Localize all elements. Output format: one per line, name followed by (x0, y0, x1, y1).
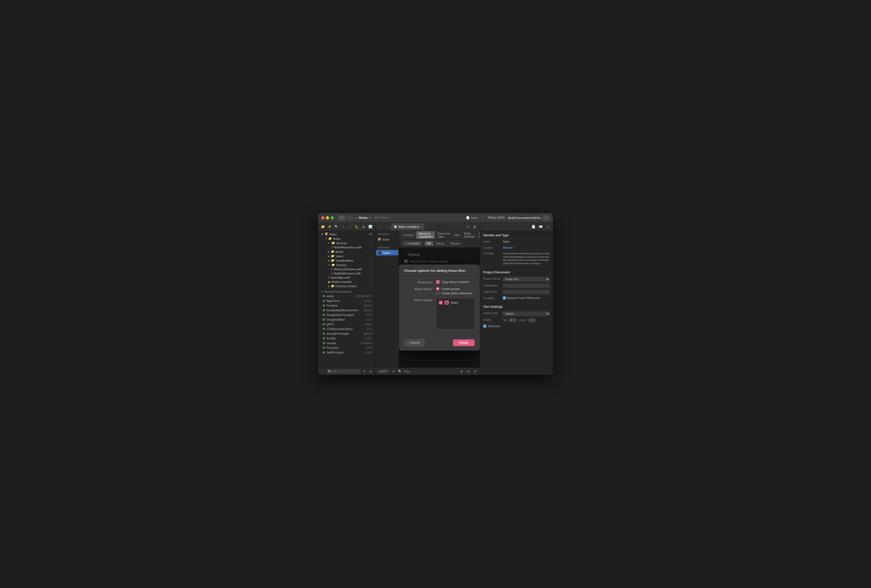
class-prefix-input[interactable] (503, 290, 550, 294)
indent-stepper[interactable]: 2 ⬆ (528, 318, 536, 322)
minimize-button[interactable] (326, 216, 329, 219)
panel-file-icon[interactable]: 📄 (530, 224, 536, 230)
sidebar-icon-issues[interactable]: ⚠ (341, 224, 346, 230)
sidebar-item-noteslistscreen[interactable]: S NotesListScreen.swift (319, 267, 375, 271)
add-item-button[interactable]: + (320, 369, 325, 374)
sidebar-item-screens[interactable]: ▼ 📁 Screens (319, 263, 375, 267)
indent-using-select[interactable]: Spaces (503, 311, 550, 316)
sidebar-icon-folder[interactable]: 📁 (320, 224, 326, 230)
titlebar-right: Build Succeeded 8.814s + (508, 215, 550, 220)
target-list-item-notes[interactable]: 📱 Notes (376, 250, 398, 255)
sidebar-icon-tests[interactable]: ✓ (347, 224, 353, 230)
dep-grpc[interactable]: gRPC 1.62.2 (318, 322, 375, 327)
sidebar-item-notesapp[interactable]: S NotesApp.swift (319, 275, 375, 280)
dep-firebase[interactable]: Firebase 10.24.0 (318, 303, 375, 308)
project-format-label: Project Format (483, 277, 503, 280)
copy-items-checkbox[interactable]: ✓ (436, 280, 440, 284)
bottom-filter-button[interactable]: 🔍 (397, 369, 403, 374)
sidebar-item-notes-group[interactable]: ▼ 📁 Notes (319, 236, 375, 241)
dep-googleutilities[interactable]: GoogleUtilities 7.13.1 (318, 317, 375, 322)
add-capability-button[interactable]: + Capability (402, 241, 423, 246)
target-notes-checkbox[interactable]: ✓ (439, 301, 443, 304)
sidebar-layout-button[interactable]: ▤ (368, 369, 373, 374)
sidebar-icon-reports[interactable]: 📊 (367, 224, 373, 230)
project-list-item-notes[interactable]: 📦 Notes (376, 236, 399, 242)
close-button[interactable] (321, 216, 324, 219)
dep-appcheck[interactable]: AppCheck 10.19.0 (318, 298, 375, 303)
location-value[interactable]: Absolute (503, 246, 550, 250)
tab-info[interactable]: Info (452, 233, 461, 237)
device-selector[interactable]: 📱 iPhone 15 Pro (482, 216, 506, 220)
dep-interopforgoogle[interactable]: InteropForGoogle 100.0.0 (318, 331, 375, 336)
dep-abseil[interactable]: abseil 1.20240116011 (318, 294, 375, 298)
sidebar-package-deps-header[interactable]: ▼ Package Dependencies (319, 290, 375, 294)
dep-gtmsessionfetcher[interactable]: GTMSessionFetcher 3.4.1 (318, 327, 375, 331)
center-area: ‹ › 📋 Notes.xcodeproj × ⊟ ◧ PROJECT 📦 (376, 223, 480, 375)
filter-release-button[interactable]: Release (447, 241, 463, 245)
tab-notes-xcodeproj[interactable]: 📋 Notes.xcodeproj × (391, 223, 424, 230)
tab-general[interactable]: General (401, 233, 415, 237)
sidebar: 📁 ⚡ 🔍 ⚠ ✓ 🐛 ◆ 📊 ▼ 📦 Notes M ▼ 📁 (318, 223, 376, 375)
sidebar-item-notes-repository[interactable]: S NotesRepository.swift (319, 245, 375, 249)
dep-swiftprotobuf[interactable]: SwiftProtobuf 1.26.0 (318, 350, 375, 355)
panel-quick-help-icon[interactable]: 📖 (538, 224, 543, 230)
copy-items-option[interactable]: ✓ Copy items if needed (436, 280, 474, 284)
filter-debug-button[interactable]: Debug (433, 241, 447, 245)
create-groups-radio[interactable] (436, 287, 439, 290)
dep-googleappmeasurement[interactable]: GoogleAppMeasurement 10.24.0 (318, 308, 375, 313)
sidebar-item-model[interactable]: ▶ 📁 Model (319, 249, 375, 254)
sidebar-toolbar: 📁 ⚡ 🔍 ⚠ ✓ 🐛 ◆ 📊 (318, 223, 375, 231)
sidebar-item-views[interactable]: ▶ 📁 Views (319, 254, 375, 258)
sidebar-item-assets[interactable]: ◼ Assets.xcassets (319, 280, 375, 284)
filter-bar[interactable]: 🔍 Filter (326, 369, 361, 374)
dep-googledatatransport[interactable]: GoogleDataTransport 9.4.0 (318, 313, 375, 317)
sidebar-toggle-button[interactable]: ☰ (338, 215, 345, 220)
bottom-trash-button[interactable]: 🗑 (459, 369, 464, 374)
sidebar-item-preview-content[interactable]: ▶ 📁 Preview Content (319, 284, 375, 288)
inspector-button[interactable]: ◧ (472, 224, 478, 230)
create-folder-refs-option[interactable]: Create folder references (436, 292, 474, 295)
dep-leveldb[interactable]: leveldb 1.22.5 (318, 336, 375, 341)
nav-forward-button[interactable]: › (385, 224, 390, 230)
dep-nanopb[interactable]: nanopb 2.30910.0 (318, 341, 375, 346)
target-notes-label: Notes (451, 301, 458, 304)
sidebar-icon-debug[interactable]: 🐛 (354, 224, 359, 230)
project-format-select[interactable]: Xcode 14.0 (503, 277, 550, 281)
tab-resource-tags[interactable]: Resource Tags (436, 231, 452, 239)
tab-build-settings[interactable]: Build Settings (462, 231, 476, 239)
sidebar-options-button[interactable]: ⚙ (362, 369, 367, 374)
filter-all-button[interactable]: All (425, 241, 433, 245)
modal-footer: Cancel Finish (399, 337, 480, 351)
tab-build-phases[interactable]: Build Phases (477, 231, 480, 239)
bottom-filter-label[interactable]: Filter (404, 369, 409, 374)
cancel-button[interactable]: Cancel (404, 339, 425, 346)
bottom-expand-button[interactable]: ⊞ (473, 369, 478, 374)
bottom-options-button[interactable]: ⚙ (391, 369, 396, 374)
tab-signing-capabilities[interactable]: Signing & Capabilities (416, 231, 435, 239)
sidebar-root-notes[interactable]: ▼ 📦 Notes M (319, 232, 375, 236)
finish-button[interactable]: Finish (453, 340, 474, 346)
panel-info-icon[interactable]: ℹ (545, 224, 551, 230)
nav-back-button[interactable]: ‹ (377, 224, 383, 230)
sidebar-icon-breakpoints[interactable]: ◆ (361, 224, 367, 230)
create-folder-refs-radio[interactable] (436, 292, 439, 295)
target-notes-row[interactable]: ✓ 📱 Notes (438, 300, 473, 305)
sidebar-icon-search[interactable]: 🔍 (334, 224, 340, 230)
bottom-layout-button[interactable]: ▤ (466, 369, 471, 374)
wrap-lines-checkbox[interactable]: ✓ (483, 325, 486, 328)
add-button[interactable]: + (542, 215, 550, 220)
create-groups-option[interactable]: Create groups (436, 287, 474, 290)
split-view-button[interactable]: ⊟ (465, 224, 471, 230)
auto-label[interactable]: Auto ▾ (377, 370, 389, 373)
maximize-button[interactable] (331, 216, 334, 219)
encoding-checkbox[interactable]: ✓ (503, 296, 506, 299)
sidebar-item-noteeditscreen[interactable]: S NoteEditScreen.swift (319, 271, 375, 275)
sidebar-item-services[interactable]: ▼ 📁 Services (319, 241, 375, 245)
breadcrumb-notes[interactable]: 📄 Notes (466, 216, 478, 219)
tab-close-button[interactable]: × (421, 225, 422, 228)
tab-stepper[interactable]: 2 ⬆ (509, 318, 517, 322)
sidebar-icon-source[interactable]: ⚡ (327, 224, 333, 230)
sidebar-item-viewmodifiers[interactable]: ▶ 📁 ViewModifiers (319, 258, 375, 263)
dep-promises[interactable]: Promises 2.4.0 (318, 346, 375, 350)
organization-input[interactable] (503, 284, 550, 288)
